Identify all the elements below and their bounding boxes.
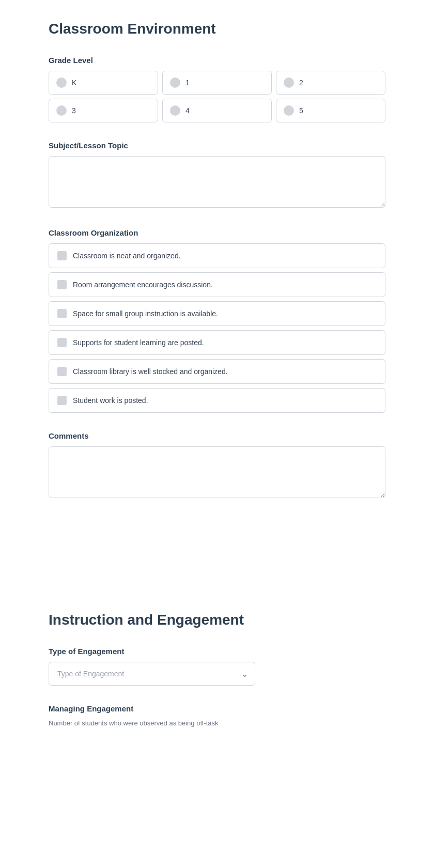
org-item-6[interactable]: Student work is posted. <box>49 388 385 413</box>
org-checkbox-3 <box>57 309 67 318</box>
grade-2-label: 2 <box>299 79 303 87</box>
classroom-environment-section: Classroom Environment Grade Level K 1 2 <box>49 21 385 500</box>
org-item-label-4: Supports for student learning are posted… <box>73 338 204 347</box>
org-item-label-3: Space for small group instruction is ava… <box>73 309 218 318</box>
grade-3-label: 3 <box>72 106 76 115</box>
grade-4-label: 4 <box>185 106 190 115</box>
instruction-engagement-title: Instruction and Engagement <box>49 612 385 628</box>
org-checkbox-2 <box>57 280 67 289</box>
org-checkbox-5 <box>57 367 67 376</box>
grade-4-radio <box>170 105 180 116</box>
managing-engagement-label: Managing Engagement <box>49 704 385 713</box>
grade-level-label: Grade Level <box>49 56 385 65</box>
type-of-engagement-field: Type of Engagement Type of Engagement ⌄ <box>49 647 385 686</box>
classroom-environment-title: Classroom Environment <box>49 21 385 37</box>
comments-label: Comments <box>49 431 385 440</box>
org-item-label-2: Room arrangement encourages discussion. <box>73 281 213 289</box>
grade-k-option[interactable]: K <box>49 71 158 95</box>
type-of-engagement-select[interactable]: Type of Engagement <box>49 662 255 686</box>
grade-k-label: K <box>72 79 76 87</box>
grade-5-option[interactable]: 5 <box>276 99 385 122</box>
grade-3-radio <box>56 105 67 116</box>
managing-engagement-subtitle: Number of students who were observed as … <box>49 719 385 727</box>
org-checkbox-6 <box>57 396 67 405</box>
org-item-3[interactable]: Space for small group instruction is ava… <box>49 301 385 326</box>
grade-level-grid: K 1 2 3 4 <box>49 71 385 122</box>
grade-2-radio <box>284 78 294 88</box>
managing-engagement-field: Managing Engagement Number of students w… <box>49 704 385 727</box>
type-of-engagement-wrapper: Type of Engagement ⌄ <box>49 662 255 686</box>
classroom-org-list: Classroom is neat and organized. Room ar… <box>49 243 385 413</box>
classroom-org-label: Classroom Organization <box>49 228 385 237</box>
grade-4-option[interactable]: 4 <box>162 99 272 122</box>
type-of-engagement-label: Type of Engagement <box>49 647 385 656</box>
comments-field: Comments <box>49 431 385 500</box>
org-checkbox-1 <box>57 251 67 260</box>
classroom-org-field: Classroom Organization Classroom is neat… <box>49 228 385 413</box>
org-item-2[interactable]: Room arrangement encourages discussion. <box>49 272 385 297</box>
subject-lesson-textarea[interactable] <box>49 156 385 208</box>
grade-2-option[interactable]: 2 <box>276 71 385 95</box>
grade-level-field: Grade Level K 1 2 3 <box>49 56 385 122</box>
org-item-5[interactable]: Classroom library is well stocked and or… <box>49 359 385 384</box>
instruction-engagement-section: Instruction and Engagement Type of Engag… <box>49 612 385 727</box>
org-item-label-1: Classroom is neat and organized. <box>73 252 181 260</box>
org-item-1[interactable]: Classroom is neat and organized. <box>49 243 385 268</box>
grade-5-radio <box>284 105 294 116</box>
org-item-label-6: Student work is posted. <box>73 396 148 405</box>
subject-lesson-label: Subject/Lesson Topic <box>49 141 385 150</box>
grade-3-option[interactable]: 3 <box>49 99 158 122</box>
grade-1-radio <box>170 78 180 88</box>
grade-1-option[interactable]: 1 <box>162 71 272 95</box>
org-item-label-5: Classroom library is well stocked and or… <box>73 367 228 376</box>
grade-1-label: 1 <box>185 79 190 87</box>
grade-5-label: 5 <box>299 106 303 115</box>
org-checkbox-4 <box>57 338 67 347</box>
page-container: Classroom Environment Grade Level K 1 2 <box>0 0 434 766</box>
subject-lesson-field: Subject/Lesson Topic <box>49 141 385 210</box>
org-item-4[interactable]: Supports for student learning are posted… <box>49 330 385 355</box>
section-divider <box>49 519 385 612</box>
grade-k-radio <box>56 78 67 88</box>
comments-textarea[interactable] <box>49 446 385 498</box>
